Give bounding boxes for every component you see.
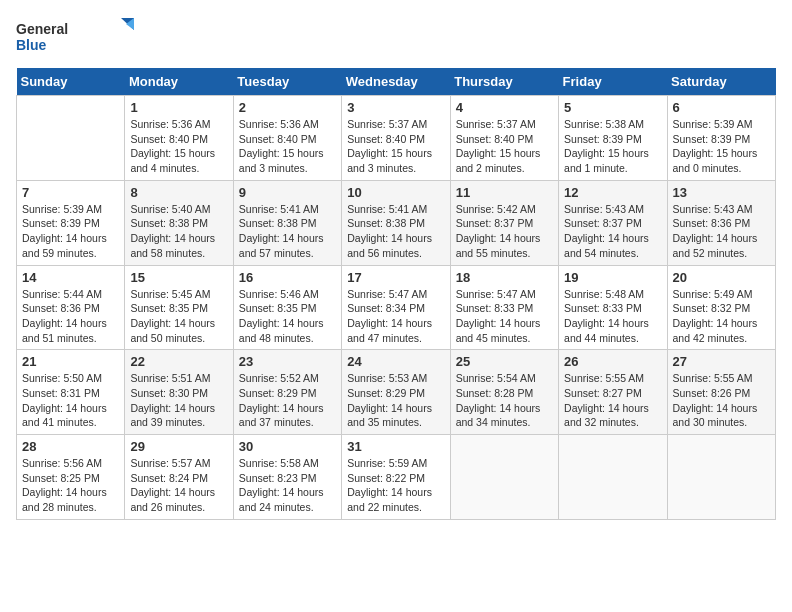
calendar-cell: 16Sunrise: 5:46 AMSunset: 8:35 PMDayligh…	[233, 265, 341, 350]
cell-info: Sunrise: 5:40 AMSunset: 8:38 PMDaylight:…	[130, 202, 227, 261]
cell-info: Sunrise: 5:47 AMSunset: 8:33 PMDaylight:…	[456, 287, 553, 346]
calendar-cell: 25Sunrise: 5:54 AMSunset: 8:28 PMDayligh…	[450, 350, 558, 435]
cell-info: Sunrise: 5:37 AMSunset: 8:40 PMDaylight:…	[456, 117, 553, 176]
cell-info: Sunrise: 5:41 AMSunset: 8:38 PMDaylight:…	[239, 202, 336, 261]
calendar-cell	[450, 435, 558, 520]
day-number: 16	[239, 270, 336, 285]
calendar-week-row: 7Sunrise: 5:39 AMSunset: 8:39 PMDaylight…	[17, 180, 776, 265]
day-number: 12	[564, 185, 661, 200]
svg-text:Blue: Blue	[16, 37, 47, 53]
calendar-cell: 12Sunrise: 5:43 AMSunset: 8:37 PMDayligh…	[559, 180, 667, 265]
calendar-cell: 21Sunrise: 5:50 AMSunset: 8:31 PMDayligh…	[17, 350, 125, 435]
day-number: 18	[456, 270, 553, 285]
day-number: 24	[347, 354, 444, 369]
day-number: 19	[564, 270, 661, 285]
cell-info: Sunrise: 5:55 AMSunset: 8:27 PMDaylight:…	[564, 371, 661, 430]
day-number: 2	[239, 100, 336, 115]
cell-info: Sunrise: 5:36 AMSunset: 8:40 PMDaylight:…	[130, 117, 227, 176]
day-number: 29	[130, 439, 227, 454]
cell-info: Sunrise: 5:43 AMSunset: 8:37 PMDaylight:…	[564, 202, 661, 261]
calendar-cell	[559, 435, 667, 520]
calendar-cell: 24Sunrise: 5:53 AMSunset: 8:29 PMDayligh…	[342, 350, 450, 435]
day-number: 27	[673, 354, 770, 369]
day-number: 3	[347, 100, 444, 115]
calendar-cell	[17, 96, 125, 181]
logo: General Blue	[16, 16, 136, 56]
calendar-cell: 26Sunrise: 5:55 AMSunset: 8:27 PMDayligh…	[559, 350, 667, 435]
cell-info: Sunrise: 5:52 AMSunset: 8:29 PMDaylight:…	[239, 371, 336, 430]
column-header-monday: Monday	[125, 68, 233, 96]
cell-info: Sunrise: 5:42 AMSunset: 8:37 PMDaylight:…	[456, 202, 553, 261]
cell-info: Sunrise: 5:47 AMSunset: 8:34 PMDaylight:…	[347, 287, 444, 346]
cell-info: Sunrise: 5:48 AMSunset: 8:33 PMDaylight:…	[564, 287, 661, 346]
cell-info: Sunrise: 5:44 AMSunset: 8:36 PMDaylight:…	[22, 287, 119, 346]
calendar-cell: 2Sunrise: 5:36 AMSunset: 8:40 PMDaylight…	[233, 96, 341, 181]
calendar-week-row: 21Sunrise: 5:50 AMSunset: 8:31 PMDayligh…	[17, 350, 776, 435]
calendar-cell: 7Sunrise: 5:39 AMSunset: 8:39 PMDaylight…	[17, 180, 125, 265]
calendar-cell: 4Sunrise: 5:37 AMSunset: 8:40 PMDaylight…	[450, 96, 558, 181]
cell-info: Sunrise: 5:37 AMSunset: 8:40 PMDaylight:…	[347, 117, 444, 176]
calendar-cell: 31Sunrise: 5:59 AMSunset: 8:22 PMDayligh…	[342, 435, 450, 520]
day-number: 11	[456, 185, 553, 200]
calendar-cell: 22Sunrise: 5:51 AMSunset: 8:30 PMDayligh…	[125, 350, 233, 435]
column-header-wednesday: Wednesday	[342, 68, 450, 96]
logo-svg: General Blue	[16, 16, 136, 56]
day-number: 8	[130, 185, 227, 200]
day-number: 6	[673, 100, 770, 115]
day-number: 7	[22, 185, 119, 200]
cell-info: Sunrise: 5:59 AMSunset: 8:22 PMDaylight:…	[347, 456, 444, 515]
cell-info: Sunrise: 5:56 AMSunset: 8:25 PMDaylight:…	[22, 456, 119, 515]
column-header-saturday: Saturday	[667, 68, 775, 96]
calendar-cell: 11Sunrise: 5:42 AMSunset: 8:37 PMDayligh…	[450, 180, 558, 265]
calendar-cell: 6Sunrise: 5:39 AMSunset: 8:39 PMDaylight…	[667, 96, 775, 181]
calendar-cell: 30Sunrise: 5:58 AMSunset: 8:23 PMDayligh…	[233, 435, 341, 520]
calendar-cell	[667, 435, 775, 520]
page-header: General Blue	[16, 16, 776, 56]
day-number: 15	[130, 270, 227, 285]
day-number: 22	[130, 354, 227, 369]
day-number: 21	[22, 354, 119, 369]
day-number: 14	[22, 270, 119, 285]
calendar-cell: 27Sunrise: 5:55 AMSunset: 8:26 PMDayligh…	[667, 350, 775, 435]
day-number: 9	[239, 185, 336, 200]
calendar-cell: 14Sunrise: 5:44 AMSunset: 8:36 PMDayligh…	[17, 265, 125, 350]
day-number: 17	[347, 270, 444, 285]
calendar-cell: 20Sunrise: 5:49 AMSunset: 8:32 PMDayligh…	[667, 265, 775, 350]
day-number: 25	[456, 354, 553, 369]
cell-info: Sunrise: 5:54 AMSunset: 8:28 PMDaylight:…	[456, 371, 553, 430]
calendar-cell: 13Sunrise: 5:43 AMSunset: 8:36 PMDayligh…	[667, 180, 775, 265]
calendar-cell: 28Sunrise: 5:56 AMSunset: 8:25 PMDayligh…	[17, 435, 125, 520]
calendar-cell: 23Sunrise: 5:52 AMSunset: 8:29 PMDayligh…	[233, 350, 341, 435]
column-header-sunday: Sunday	[17, 68, 125, 96]
svg-text:General: General	[16, 21, 68, 37]
calendar-cell: 17Sunrise: 5:47 AMSunset: 8:34 PMDayligh…	[342, 265, 450, 350]
day-number: 30	[239, 439, 336, 454]
cell-info: Sunrise: 5:45 AMSunset: 8:35 PMDaylight:…	[130, 287, 227, 346]
cell-info: Sunrise: 5:49 AMSunset: 8:32 PMDaylight:…	[673, 287, 770, 346]
calendar-cell: 9Sunrise: 5:41 AMSunset: 8:38 PMDaylight…	[233, 180, 341, 265]
cell-info: Sunrise: 5:41 AMSunset: 8:38 PMDaylight:…	[347, 202, 444, 261]
calendar-week-row: 1Sunrise: 5:36 AMSunset: 8:40 PMDaylight…	[17, 96, 776, 181]
calendar-cell: 18Sunrise: 5:47 AMSunset: 8:33 PMDayligh…	[450, 265, 558, 350]
cell-info: Sunrise: 5:53 AMSunset: 8:29 PMDaylight:…	[347, 371, 444, 430]
day-number: 5	[564, 100, 661, 115]
cell-info: Sunrise: 5:58 AMSunset: 8:23 PMDaylight:…	[239, 456, 336, 515]
day-number: 28	[22, 439, 119, 454]
day-number: 1	[130, 100, 227, 115]
column-header-thursday: Thursday	[450, 68, 558, 96]
day-number: 10	[347, 185, 444, 200]
calendar-week-row: 28Sunrise: 5:56 AMSunset: 8:25 PMDayligh…	[17, 435, 776, 520]
cell-info: Sunrise: 5:50 AMSunset: 8:31 PMDaylight:…	[22, 371, 119, 430]
day-number: 13	[673, 185, 770, 200]
column-header-tuesday: Tuesday	[233, 68, 341, 96]
cell-info: Sunrise: 5:43 AMSunset: 8:36 PMDaylight:…	[673, 202, 770, 261]
cell-info: Sunrise: 5:51 AMSunset: 8:30 PMDaylight:…	[130, 371, 227, 430]
cell-info: Sunrise: 5:39 AMSunset: 8:39 PMDaylight:…	[673, 117, 770, 176]
calendar-cell: 10Sunrise: 5:41 AMSunset: 8:38 PMDayligh…	[342, 180, 450, 265]
day-number: 20	[673, 270, 770, 285]
calendar-cell: 5Sunrise: 5:38 AMSunset: 8:39 PMDaylight…	[559, 96, 667, 181]
cell-info: Sunrise: 5:36 AMSunset: 8:40 PMDaylight:…	[239, 117, 336, 176]
cell-info: Sunrise: 5:39 AMSunset: 8:39 PMDaylight:…	[22, 202, 119, 261]
day-number: 4	[456, 100, 553, 115]
column-header-friday: Friday	[559, 68, 667, 96]
